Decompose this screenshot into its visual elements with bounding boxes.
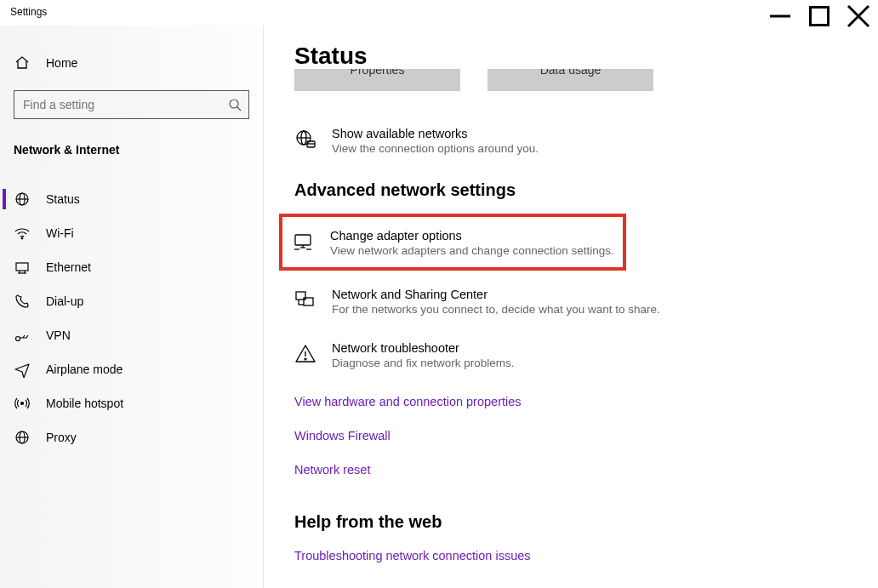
- sharing-title: Network and Sharing Center: [332, 288, 660, 301]
- troubleshoot-title: Network troubleshooter: [332, 341, 515, 355]
- nav-status[interactable]: Status: [0, 182, 263, 216]
- svg-point-14: [16, 337, 20, 341]
- link-hardware-properties[interactable]: View hardware and connection properties: [294, 395, 844, 408]
- nav-dialup[interactable]: Dial-up: [0, 284, 263, 318]
- adapter-sub: View network adapters and change connect…: [330, 244, 614, 257]
- nav-proxy[interactable]: Proxy: [0, 420, 263, 454]
- warning-icon: [294, 343, 316, 365]
- phone-icon: [14, 293, 31, 310]
- svg-rect-24: [295, 235, 311, 245]
- hotspot-icon: [14, 395, 31, 412]
- nav-ethernet[interactable]: Ethernet: [0, 250, 263, 284]
- proxy-icon: [14, 429, 31, 446]
- ethernet-icon: [14, 259, 31, 276]
- sharing-icon: [294, 289, 316, 311]
- nav-vpn-label: VPN: [46, 328, 71, 342]
- nav-airplane[interactable]: Airplane mode: [0, 352, 263, 386]
- vpn-icon: [14, 327, 31, 344]
- available-sub: View the connection options around you.: [332, 142, 539, 155]
- nav-wifi[interactable]: Wi-Fi: [0, 216, 263, 250]
- home-icon: [14, 54, 31, 71]
- nav-ethernet-label: Ethernet: [46, 260, 91, 274]
- nav-home-label: Home: [46, 56, 77, 70]
- network-troubleshooter[interactable]: Network troubleshooter Diagnose and fix …: [294, 341, 844, 369]
- link-help-troubleshoot[interactable]: Troubleshooting network connection issue…: [294, 549, 844, 562]
- data-usage-button[interactable]: Data usage: [487, 69, 653, 91]
- airplane-icon: [14, 361, 31, 378]
- troubleshoot-sub: Diagnose and fix network problems.: [332, 357, 515, 369]
- page-heading: Status: [294, 43, 844, 70]
- svg-rect-10: [16, 263, 28, 271]
- nav-hotspot-label: Mobile hotspot: [46, 397, 123, 410]
- svg-rect-1: [811, 8, 829, 26]
- available-title: Show available networks: [332, 127, 539, 140]
- svg-point-4: [230, 100, 238, 108]
- window-title: Settings: [10, 3, 761, 18]
- change-adapter-options[interactable]: Change adapter options View network adap…: [293, 229, 614, 257]
- svg-line-5: [237, 107, 241, 111]
- wifi-icon: [14, 225, 31, 242]
- search-input-wrapper[interactable]: [14, 90, 249, 119]
- advanced-heading: Advanced network settings: [294, 180, 844, 200]
- svg-point-9: [21, 237, 23, 239]
- help-heading: Help from the web: [294, 512, 844, 532]
- network-sharing-center[interactable]: Network and Sharing Center For the netwo…: [294, 288, 844, 316]
- highlight-annotation: Change adapter options View network adap…: [282, 217, 623, 267]
- sharing-sub: For the networks you connect to, decide …: [332, 303, 660, 316]
- nav-proxy-label: Proxy: [46, 431, 77, 444]
- nav-status-label: Status: [46, 192, 80, 206]
- nav-category-label: Network & Internet: [14, 143, 119, 157]
- nav-vpn[interactable]: VPN: [0, 318, 263, 352]
- content-pane: Status Properties Data usage Show availa…: [264, 26, 878, 588]
- nav-category: Network & Internet: [0, 128, 263, 172]
- nav-dialup-label: Dial-up: [46, 294, 83, 308]
- nav-home[interactable]: Home: [0, 46, 263, 80]
- link-windows-firewall[interactable]: Windows Firewall: [294, 429, 844, 442]
- adapter-title: Change adapter options: [330, 229, 614, 243]
- nav-airplane-label: Airplane mode: [46, 363, 123, 376]
- globe-browse-icon: [294, 128, 316, 151]
- show-available-networks[interactable]: Show available networks View the connect…: [294, 127, 844, 155]
- search-icon: [228, 98, 242, 111]
- properties-button[interactable]: Properties: [294, 69, 460, 91]
- title-bar: Settings: [0, 0, 878, 26]
- nav-hotspot[interactable]: Mobile hotspot: [0, 386, 263, 420]
- svg-point-34: [305, 358, 306, 360]
- globe-icon: [14, 191, 31, 208]
- top-button-row: Properties Data usage: [294, 69, 844, 91]
- svg-point-15: [21, 402, 24, 405]
- adapter-icon: [293, 231, 315, 253]
- nav-wifi-label: Wi-Fi: [46, 226, 74, 240]
- link-network-reset[interactable]: Network reset: [294, 463, 844, 477]
- sidebar: Home Network & Internet: [0, 26, 264, 588]
- search-input[interactable]: [21, 97, 228, 112]
